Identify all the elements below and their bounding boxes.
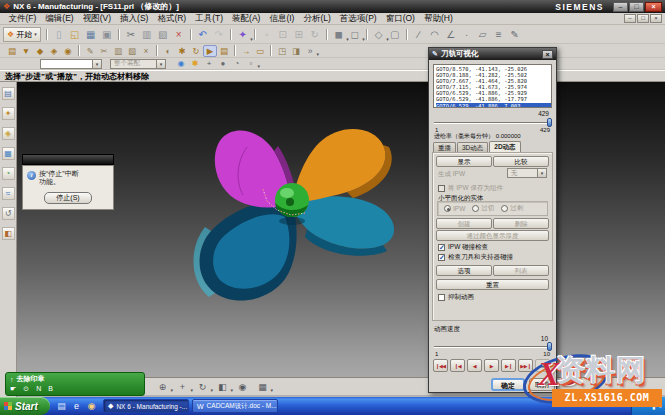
snap-point-icon[interactable]: ◉: [174, 58, 188, 69]
tab-2d-dynamic[interactable]: 2D动态: [489, 141, 520, 152]
quadrant-snap-icon[interactable]: ◔: [230, 58, 244, 69]
menu-item[interactable]: 插入(S): [116, 13, 153, 25]
cut-object-icon[interactable]: ✂: [97, 45, 111, 57]
replay-toolpath-icon[interactable]: ↻: [189, 45, 203, 57]
menu-item[interactable]: 窗口(O): [381, 13, 419, 25]
rotate-view-icon[interactable]: ↻: [195, 380, 210, 394]
goto-list[interactable]: GOTO/8.570, -41.143, -25.026GOTO/8.188, …: [433, 64, 552, 108]
menu-item[interactable]: 帮助(H): [419, 13, 457, 25]
save-ipw-checkbox[interactable]: 将 IPW 保存为组件: [438, 184, 503, 193]
tray-network-icon[interactable]: ▮: [652, 403, 655, 410]
ok-button[interactable]: 确定: [491, 378, 525, 391]
zoom-view-icon[interactable]: +: [175, 380, 190, 394]
reuse-library-icon[interactable]: ▦: [2, 147, 15, 160]
start-app-button[interactable]: ❖ 开始 ▾: [3, 27, 41, 42]
paste-object-icon[interactable]: ▧: [125, 45, 139, 57]
fit-view-icon[interactable]: ▫: [259, 26, 275, 42]
step-forward-button[interactable]: ▶❙: [501, 359, 516, 372]
goto-line[interactable]: GOTO/6.529, -41.886, 7.003: [436, 103, 551, 108]
rectangle-select-icon[interactable]: ▫: [244, 58, 258, 69]
datum-axis-icon[interactable]: ≡: [491, 26, 507, 42]
motion-slider[interactable]: [433, 118, 552, 127]
show-button[interactable]: 显示: [436, 156, 492, 167]
create-operation-icon[interactable]: ◉: [61, 45, 75, 57]
command-finder-icon[interactable]: ✦: [235, 26, 251, 42]
reset-button[interactable]: 重置: [436, 279, 549, 290]
menu-item[interactable]: 装配(A): [228, 13, 265, 25]
start-menu-button[interactable]: Start: [0, 397, 50, 415]
web-browser-icon[interactable]: ≈: [2, 187, 15, 200]
assembly-navigator-icon[interactable]: ▤: [2, 87, 15, 100]
fit-window-icon[interactable]: ⊕: [155, 380, 170, 394]
point-constructor-icon[interactable]: ∙: [459, 26, 475, 42]
rotate-icon[interactable]: ↻: [307, 26, 323, 42]
select-arc-icon[interactable]: ◠: [427, 26, 443, 42]
datum-plane-icon[interactable]: ▱: [475, 26, 491, 42]
ie-icon[interactable]: e: [71, 401, 82, 411]
child-minimize-button[interactable]: –: [624, 14, 636, 23]
sketch-icon[interactable]: ✎: [507, 26, 523, 42]
copy-icon[interactable]: ▥: [139, 26, 155, 42]
materials-icon[interactable]: ◧: [2, 227, 15, 240]
speed-slider-thumb[interactable]: [547, 342, 552, 351]
go-to-start-button[interactable]: ❙◀◀: [433, 359, 448, 372]
menu-item[interactable]: 信息(I): [265, 13, 299, 25]
hd3d-tools-icon[interactable]: ◔: [2, 167, 15, 180]
save-icon[interactable]: ▦: [83, 26, 99, 42]
type-filter-combo[interactable]: ▾: [40, 59, 102, 69]
tool-b-icon[interactable]: B: [48, 385, 53, 393]
orient-view-icon[interactable]: ◇: [371, 26, 387, 42]
copy-object-icon[interactable]: ▥: [111, 45, 125, 57]
stop-button[interactable]: ■: [535, 359, 550, 372]
measure-icon[interactable]: ∠: [443, 26, 459, 42]
options-button[interactable]: 选项: [436, 265, 492, 276]
child-restore-button[interactable]: □: [637, 14, 649, 23]
speed-slider[interactable]: [433, 342, 552, 351]
menu-item[interactable]: 格式(R): [153, 13, 191, 25]
more-commands-icon[interactable]: »: [303, 45, 317, 57]
tab-replay[interactable]: 重播: [433, 142, 456, 152]
minimize-button[interactable]: –: [613, 2, 628, 12]
select-edge-icon[interactable]: ∕: [411, 26, 427, 42]
menu-item[interactable]: 文件(F): [4, 13, 41, 25]
stop-button[interactable]: 停止(S): [44, 192, 92, 204]
show-toolpath-icon[interactable]: ◐: [161, 45, 175, 57]
pan-icon[interactable]: ⊞: [291, 26, 307, 42]
radio-option[interactable]: IPW: [444, 205, 465, 212]
postprocess-icon[interactable]: →: [239, 45, 253, 57]
cancel-button[interactable]: 取消: [529, 378, 555, 391]
step-back-button[interactable]: ❙◀: [450, 359, 465, 372]
menu-item[interactable]: 视图(V): [78, 13, 115, 25]
suppress-animation-checkbox[interactable]: 抑制动画: [438, 293, 474, 302]
zoom-icon[interactable]: ⊡: [275, 26, 291, 42]
restore-button[interactable]: □: [629, 2, 644, 12]
close-button[interactable]: ×: [645, 2, 662, 12]
history-icon[interactable]: ↺: [2, 207, 15, 220]
hand-tool-icon[interactable]: ☛: [10, 385, 16, 393]
child-close-button[interactable]: ×: [650, 14, 662, 23]
create-geometry-icon[interactable]: ◆: [33, 45, 47, 57]
tray-volume-icon[interactable]: ●: [658, 403, 662, 409]
holder-collision-checkbox[interactable]: ✓ 检查刀具和夹持器碰撞: [438, 253, 513, 262]
delete-button[interactable]: 删除: [493, 218, 549, 229]
point-filter-icon[interactable]: ✱: [188, 58, 202, 69]
verify-toolpath-icon[interactable]: ▶: [203, 45, 217, 57]
redo-icon[interactable]: ↷: [211, 26, 227, 42]
cut-icon[interactable]: ✂: [123, 26, 139, 42]
taskbar-task-nx[interactable]: ◆NX 6 - Manufacturing -...: [103, 399, 189, 413]
taskbar-task-word[interactable]: WCADCAM设计.doc - M...: [192, 399, 278, 413]
shaded-with-edges-icon[interactable]: ◼: [331, 26, 347, 42]
menu-item[interactable]: 工具(T): [191, 13, 228, 25]
true-shading-icon[interactable]: ◉: [235, 380, 250, 394]
list-button[interactable]: 列表: [493, 265, 549, 276]
menu-item[interactable]: 编辑(E): [41, 13, 78, 25]
create-tool-icon[interactable]: ▼: [19, 45, 33, 57]
ipw-combo[interactable]: 无 ▾: [507, 168, 547, 178]
print-icon[interactable]: ▣: [99, 26, 115, 42]
part-navigator-icon[interactable]: ◈: [2, 127, 15, 140]
selection-scope-combo[interactable]: 整个装配 ▾: [110, 59, 166, 69]
background-icon[interactable]: ▦: [255, 380, 270, 394]
stop-dialog-titlebar[interactable]: [22, 154, 114, 165]
tool-n-icon[interactable]: N: [36, 385, 41, 393]
machine-simulation-icon[interactable]: ◨: [289, 45, 303, 57]
